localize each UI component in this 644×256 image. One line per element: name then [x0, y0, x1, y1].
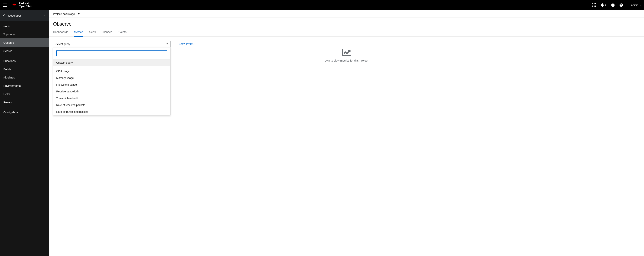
query-select-toggle[interactable]: Select query — [53, 41, 170, 47]
dropdown-item-label: CPU usage — [56, 70, 70, 73]
project-bar: Project: backstage — [49, 10, 644, 18]
chevron-down-icon: ▾ — [44, 14, 46, 17]
nav-group-main: +Add Topology Observe Search — [0, 21, 49, 56]
show-promql-button[interactable]: Show PromQL — [179, 41, 196, 45]
brand-logo[interactable]: Red Hat OpenShift — [12, 2, 32, 8]
brand-line1: Red Hat — [19, 2, 32, 5]
nav-toggle-button[interactable] — [3, 3, 8, 7]
chart-line-icon — [342, 49, 351, 56]
brand-line2: OpenShift — [19, 5, 32, 8]
nav-group-resources: Functions Builds Pipelines Environments … — [0, 56, 49, 107]
empty-hint: own to view metrics for this Project — [325, 59, 368, 62]
svg-rect-8 — [595, 6, 596, 7]
notification-count: 4 — [605, 4, 606, 6]
tab-label: Metrics — [74, 30, 83, 34]
dropdown-item-label: Filesystem usage — [56, 83, 77, 86]
import-icon[interactable] — [611, 4, 615, 7]
nav-item-search[interactable]: Search — [0, 47, 49, 55]
user-menu[interactable]: admin — [631, 4, 641, 6]
nav-item-functions[interactable]: Functions — [0, 57, 49, 65]
nav-label: ConfigMaps — [4, 111, 18, 114]
nav-item-configmaps[interactable]: ConfigMaps — [0, 108, 49, 116]
nav-label: Topology — [4, 33, 15, 36]
dropdown-search-input[interactable] — [56, 50, 167, 56]
nav-item-topology[interactable]: Topology — [0, 30, 49, 38]
masthead: Red Hat OpenShift 4 admin — [0, 0, 644, 10]
caret-down-icon — [78, 13, 80, 14]
caret-down-icon — [166, 44, 168, 44]
dropdown-item-rx-packets[interactable]: Rate of received packets — [53, 102, 170, 108]
nav-label: Builds — [4, 68, 11, 71]
nav-item-pipelines[interactable]: Pipelines — [0, 73, 49, 82]
tab-metrics[interactable]: Metrics — [74, 30, 83, 37]
notifications-button[interactable]: 4 — [601, 4, 606, 7]
tab-alerts[interactable]: Alerts — [89, 30, 96, 36]
bell-icon — [601, 4, 604, 7]
tab-label: Dashboards — [53, 30, 68, 34]
brand-text: Red Hat OpenShift — [19, 2, 32, 8]
dropdown-item-cpu-usage[interactable]: CPU usage — [53, 68, 170, 74]
app-launcher-icon[interactable] — [592, 4, 596, 7]
user-name: admin — [631, 4, 638, 6]
tab-silences[interactable]: Silences — [102, 30, 112, 36]
nav-label: Observe — [4, 41, 14, 44]
tab-dashboards[interactable]: Dashboards — [53, 30, 68, 36]
dropdown-search-wrap — [53, 48, 170, 59]
nav-label: Project — [4, 101, 12, 104]
dropdown-item-custom-query[interactable]: Custom query — [53, 59, 170, 66]
nav-item-helm[interactable]: Helm — [0, 90, 49, 98]
tab-label: Silences — [102, 30, 112, 34]
nav-label: Search — [4, 49, 12, 52]
dropdown-item-label: Transmit bandwidth — [56, 97, 79, 100]
nav-item-project[interactable]: Project — [0, 98, 49, 106]
tab-events[interactable]: Events — [118, 30, 126, 36]
nav-item-observe[interactable]: Observe — [0, 38, 49, 47]
masthead-tools: 4 admin — [592, 4, 641, 7]
svg-rect-0 — [592, 4, 593, 4]
nav-item-builds[interactable]: Builds — [0, 65, 49, 73]
dropdown-item-receive-bandwidth[interactable]: Receive bandwidth — [53, 88, 170, 95]
perspective-label: Developer — [8, 14, 44, 17]
dropdown-separator — [53, 67, 170, 67]
nav-label: +Add — [4, 24, 10, 28]
svg-rect-3 — [592, 5, 593, 6]
nav-group-config: ConfigMaps — [0, 107, 49, 117]
help-icon[interactable] — [620, 4, 623, 7]
nav-label: Helm — [4, 92, 10, 96]
project-selector[interactable]: Project: backstage — [53, 12, 80, 16]
dropdown-item-transmit-bandwidth[interactable]: Transmit bandwidth — [53, 95, 170, 102]
dropdown-item-tx-packets[interactable]: Rate of transmitted packets — [53, 108, 170, 115]
dropdown-item-label: Rate of transmitted packets — [56, 110, 88, 113]
page-title: Observe — [53, 21, 640, 27]
page-header: Observe — [49, 18, 644, 27]
dropdown-item-memory-usage[interactable]: Memory usage — [53, 74, 170, 81]
perspective-switcher[interactable]: Developer ▾ — [0, 10, 49, 21]
svg-rect-5 — [595, 5, 596, 6]
svg-rect-2 — [595, 4, 596, 4]
dropdown-item-filesystem-usage[interactable]: Filesystem usage — [53, 81, 170, 88]
code-icon — [4, 14, 6, 17]
nav-label: Functions — [4, 59, 16, 62]
caret-down-icon — [640, 5, 641, 6]
nav-item-add[interactable]: +Add — [0, 22, 49, 30]
svg-rect-7 — [594, 6, 594, 7]
redhat-icon — [12, 3, 17, 7]
tab-label: Alerts — [89, 30, 96, 34]
nav-item-environments[interactable]: Environments — [0, 82, 49, 90]
sidebar: Developer ▾ +Add Topology Observe Search… — [0, 10, 49, 256]
query-row: Select query Custom query CPU usage Memo… — [53, 41, 640, 47]
query-select-wrap: Select query Custom query CPU usage Memo… — [53, 41, 170, 47]
dropdown-item-label: Rate of received packets — [56, 104, 85, 106]
query-dropdown: Custom query CPU usage Memory usage File… — [53, 47, 170, 116]
svg-rect-1 — [594, 4, 594, 4]
query-select-label: Select query — [56, 42, 70, 46]
dropdown-item-label: Receive bandwidth — [56, 90, 78, 93]
svg-rect-4 — [594, 5, 594, 6]
tabs: Dashboards Metrics Alerts Silences Event… — [49, 27, 644, 37]
nav-label: Environments — [4, 84, 21, 87]
svg-rect-6 — [592, 6, 593, 7]
dropdown-item-label: Custom query — [56, 61, 73, 64]
main-content: Project: backstage Observe Dashboards Me… — [49, 10, 644, 256]
dropdown-item-label: Memory usage — [56, 76, 74, 80]
project-label: Project: backstage — [53, 12, 75, 16]
